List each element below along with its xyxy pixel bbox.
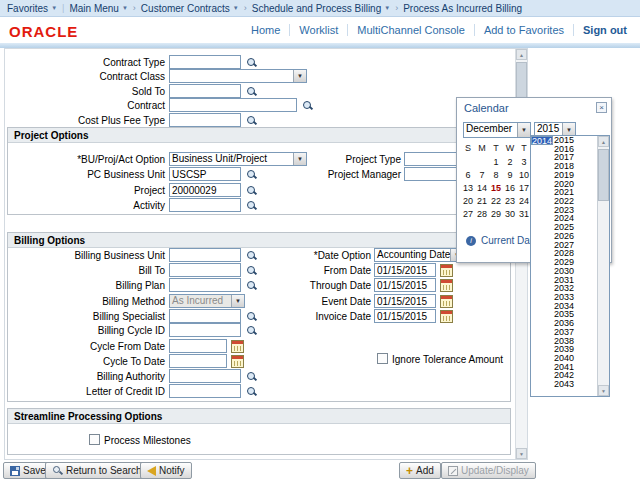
close-icon[interactable]: × — [596, 102, 607, 113]
billing-cycle-id-label: Billing Cycle ID — [5, 325, 165, 336]
breadcrumb-current-page: Process As Incurred Billing — [403, 3, 522, 14]
row-pc-business-unit: PC Business Unit Project Manager — [5, 167, 515, 182]
letter-of-credit-id-lookup-icon[interactable] — [245, 385, 258, 398]
calendar-day-cell[interactable]: 22 — [489, 195, 503, 208]
contract-lookup-icon[interactable] — [301, 99, 314, 112]
add-button[interactable]: + Add — [399, 462, 441, 479]
year-option[interactable]: 2043 — [531, 380, 597, 389]
calendar-day-cell[interactable]: 7 — [475, 169, 489, 182]
calendar-day-cell[interactable]: 27 — [461, 208, 475, 221]
scroll-up-button[interactable]: ▲ — [516, 49, 527, 60]
link-sign-out[interactable]: Sign out — [573, 24, 636, 36]
project-input[interactable] — [169, 183, 241, 197]
link-multichannel-console[interactable]: MultiChannel Console — [347, 24, 474, 36]
calendar-day-cell[interactable]: 9 — [503, 169, 517, 182]
invoice-date-input[interactable] — [374, 309, 436, 323]
billing-authority-input[interactable] — [169, 369, 241, 383]
calendar-day-cell[interactable]: 14 — [475, 182, 489, 195]
link-home[interactable]: Home — [242, 24, 289, 36]
scroll-down-button[interactable]: ▼ — [516, 448, 527, 459]
event-date-input[interactable] — [374, 294, 436, 308]
calendar-day-cell[interactable]: 3 — [517, 156, 531, 169]
from-date-calendar-icon[interactable] — [440, 264, 453, 277]
scroll-down-button[interactable]: ▼ — [598, 385, 609, 396]
pc-business-unit-label: PC Business Unit — [5, 169, 165, 180]
process-milestones-checkbox[interactable] — [89, 434, 100, 445]
billing-business-unit-label: Billing Business Unit — [5, 250, 165, 261]
sold-to-input[interactable] — [169, 84, 241, 98]
project-lookup-icon[interactable] — [245, 184, 258, 197]
month-select[interactable]: December ▼ — [463, 122, 531, 138]
calendar-day-cell[interactable]: 30 — [503, 208, 517, 221]
row-billing-cycle-id: Billing Cycle ID — [5, 323, 515, 338]
calendar-day-cell[interactable]: 6 — [461, 169, 475, 182]
notify-button[interactable]: Notify — [140, 462, 192, 479]
contract-type-input[interactable] — [169, 55, 241, 69]
billing-cycle-id-lookup-icon[interactable] — [245, 324, 258, 337]
calendar-day-cell[interactable]: 31 — [517, 208, 531, 221]
calendar-day-cell[interactable]: 13 — [461, 182, 475, 195]
cost-plus-fee-type-lookup-icon[interactable] — [245, 114, 258, 127]
select-value: December — [464, 123, 517, 137]
bu-proj-act-label: *BU/Proj/Act Option — [5, 154, 165, 165]
calendar-day-cell[interactable]: 28 — [475, 208, 489, 221]
billing-cycle-id-input[interactable] — [169, 323, 241, 337]
return-to-search-button[interactable]: Return to Search — [45, 462, 149, 479]
caret-down-icon: ▼ — [51, 5, 57, 11]
calendar-day-cell[interactable] — [461, 156, 475, 169]
calendar-day-cell[interactable]: 23 — [503, 195, 517, 208]
calendar-day-cell[interactable]: 16 — [503, 182, 517, 195]
row-contract: Contract — [5, 98, 515, 113]
row-billing-plan: Billing Plan Through Date — [5, 278, 515, 293]
scrollbar-thumb[interactable] — [598, 149, 609, 201]
calendar-day-cell[interactable]: 1 — [489, 156, 503, 169]
calendar-day-cell[interactable] — [475, 156, 489, 169]
year-list-scrollbar[interactable]: ▲ ▼ — [597, 136, 609, 396]
scroll-up-button[interactable]: ▲ — [598, 136, 609, 147]
calendar-day-cell[interactable]: 10 — [517, 169, 531, 182]
year-option[interactable]: 2014 — [531, 136, 553, 145]
link-add-to-favorites[interactable]: Add to Favorites — [474, 24, 573, 36]
link-worklist[interactable]: Worklist — [289, 24, 347, 36]
cycle-to-date-input[interactable] — [169, 354, 227, 368]
contract-input[interactable] — [169, 98, 297, 112]
contract-label: Contract — [5, 100, 165, 111]
contract-class-select[interactable]: ▼ — [169, 69, 307, 83]
billing-authority-lookup-icon[interactable] — [245, 370, 258, 383]
pc-business-unit-input[interactable] — [169, 167, 241, 181]
contract-type-lookup-icon[interactable] — [245, 56, 258, 69]
row-bu-proj-act: *BU/Proj/Act Option Business Unit/Projec… — [5, 152, 515, 167]
contract-class-label: Contract Class — [5, 71, 165, 82]
breadcrumb-favorites[interactable]: Favorites ▼ — [7, 3, 57, 14]
cost-plus-fee-type-input[interactable] — [169, 113, 241, 127]
breadcrumb-schedule-process-billing[interactable]: Schedule and Process Billing ▼ — [252, 3, 390, 14]
calendar-day-cell[interactable]: 24 — [517, 195, 531, 208]
calendar-day-cell[interactable]: 21 — [475, 195, 489, 208]
breadcrumb-customer-contracts[interactable]: Customer Contracts ▼ — [141, 3, 239, 14]
calendar-day-cell[interactable]: 17 — [517, 182, 531, 195]
row-sold-to: Sold To — [5, 84, 515, 99]
calendar-day-cell[interactable]: 2 — [503, 156, 517, 169]
calendar-day-cell[interactable]: 8 — [489, 169, 503, 182]
activity-input[interactable] — [169, 198, 241, 212]
activity-lookup-icon[interactable] — [245, 199, 258, 212]
billing-specialist-label: Billing Specialist — [5, 311, 165, 322]
event-date-calendar-icon[interactable] — [440, 295, 453, 308]
through-date-calendar-icon[interactable] — [440, 279, 453, 292]
cost-plus-fee-type-label: Cost Plus Fee Type — [5, 115, 165, 126]
cycle-to-date-calendar-icon[interactable] — [231, 355, 244, 368]
from-date-input[interactable] — [374, 263, 436, 277]
save-icon — [10, 466, 20, 476]
cycle-from-date-input[interactable] — [169, 339, 227, 353]
through-date-input[interactable] — [374, 278, 436, 292]
calendar-day-cell[interactable]: 20 — [461, 195, 475, 208]
breadcrumb-main-menu[interactable]: Main Menu ▼ — [69, 3, 127, 14]
update-display-button[interactable]: Update/Display — [441, 462, 536, 479]
date-option-select[interactable]: Accounting Date ▼ — [374, 248, 464, 262]
sold-to-lookup-icon[interactable] — [245, 85, 258, 98]
invoice-date-calendar-icon[interactable] — [440, 310, 453, 323]
letter-of-credit-id-input[interactable] — [169, 384, 241, 398]
streamline-options-header: Streamline Processing Options — [8, 409, 510, 424]
calendar-day-cell[interactable]: 29 — [489, 208, 503, 221]
calendar-day-cell[interactable]: 15 — [489, 182, 503, 195]
